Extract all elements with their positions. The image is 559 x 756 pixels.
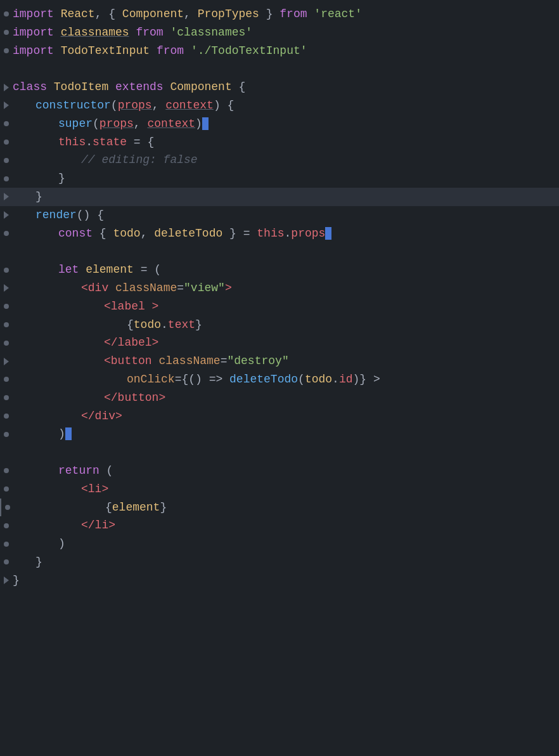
code-line: class TodoItem extends Component { [0, 78, 559, 96]
token-punct: ) [58, 537, 65, 550]
token-class-name: Component [170, 81, 231, 93]
gutter-dot [4, 158, 9, 163]
code-line [0, 443, 559, 462]
token-jsx-tag: <div [81, 282, 108, 294]
gutter-indicator [0, 516, 13, 535]
token-punct: = [177, 282, 184, 294]
gutter-indicator [0, 242, 13, 261]
token-punct [108, 282, 115, 294]
token-param: context [147, 117, 195, 130]
token-punct: () { [77, 209, 104, 221]
code-line [0, 60, 559, 78]
code-editor: import React, { Component, PropTypes } f… [0, 0, 559, 756]
gutter-indicator [0, 23, 13, 42]
token-punct: , { [95, 8, 122, 20]
line-content: const { todo, deleteTodo } = this.props [13, 225, 559, 243]
code-line: } [0, 169, 559, 188]
code-line: let element = ( [0, 261, 559, 279]
line-content: <li> [13, 480, 559, 499]
gutter-indicator [0, 443, 13, 462]
token-jsx-brace: { [105, 501, 112, 514]
token-kw-render: render [35, 209, 77, 221]
token-kw-constructor: constructor [35, 99, 111, 112]
token-punct: . [86, 136, 93, 148]
gutter-arrow [4, 84, 9, 91]
token-jsx-attr: className [115, 282, 177, 294]
line-content: import TodoTextInput from './TodoTextInp… [13, 42, 559, 60]
code-line: ) [0, 535, 559, 553]
token-jsx-brace: { [127, 318, 134, 331]
line-content: </li> [13, 516, 559, 535]
token-punct [152, 355, 159, 367]
code-line: } [0, 553, 559, 571]
token-punct [79, 263, 86, 276]
gutter-dot [4, 176, 9, 181]
code-line: super(props, context) [0, 115, 559, 133]
code-line: </label> [0, 334, 559, 352]
gutter-indicator [0, 535, 13, 553]
token-kw-from: from [280, 8, 307, 20]
gutter-dot [4, 468, 9, 473]
code-line: render() { [0, 206, 559, 225]
gutter-dot [4, 140, 9, 145]
token-punct: } = [222, 227, 257, 240]
token-punct: ) { [214, 99, 234, 112]
token-jsx-attr: className [158, 355, 220, 367]
token-punct: () => [188, 373, 229, 386]
token-punct: . [285, 227, 292, 240]
code-line: <label > [0, 297, 559, 316]
token-var-name: element [86, 263, 134, 276]
gutter-arrow [4, 284, 9, 292]
gutter-indicator [0, 5, 13, 23]
token-jsx-tag: </label> [104, 336, 158, 349]
code-line: <li> [0, 480, 559, 499]
token-punct [129, 26, 136, 39]
token-jsx-tag: <button [104, 355, 152, 367]
line-content: onClick={() => deleteTodo(todo.id)} > [13, 370, 559, 389]
token-jsx-brace: } [160, 501, 167, 514]
gutter-indicator [0, 571, 13, 590]
code-line: const { todo, deleteTodo } = this.props [0, 225, 559, 243]
line-content: super(props, context) [13, 115, 559, 133]
line-content: this.state = { [13, 133, 559, 152]
token-punct: ) [195, 117, 202, 130]
token-jsx-tag: > [225, 282, 232, 294]
gutter-arrow [4, 358, 9, 365]
gutter-indicator [0, 462, 13, 480]
text-cursor [325, 227, 331, 240]
token-punct: ( [111, 99, 118, 112]
token-var-name: todo [305, 373, 332, 386]
gutter-arrow [4, 577, 9, 584]
gutter-dot [4, 322, 9, 327]
code-line: ) [0, 425, 559, 443]
code-line: import TodoTextInput from './TodoTextInp… [0, 42, 559, 60]
token-punct: ( [93, 117, 100, 130]
gutter-dot [4, 559, 9, 564]
line-content: <div className="view"> [13, 279, 559, 297]
code-line: return ( [0, 462, 559, 480]
token-comment: // editing: false [81, 153, 198, 166]
gutter-indicator [0, 316, 13, 334]
gutter-dot [4, 304, 9, 309]
gutter-indicator [0, 225, 13, 243]
token-punct: . [161, 318, 168, 331]
token-kw-return: return [58, 464, 100, 477]
token-kw-super: super [58, 117, 93, 130]
token-punct [108, 81, 115, 93]
token-jsx-brace: } [195, 318, 202, 331]
token-punct: } [259, 8, 280, 20]
gutter-dot [4, 341, 9, 346]
gutter-dot [4, 48, 9, 53]
token-var-name: todo [134, 318, 161, 331]
token-punct [150, 44, 157, 57]
gutter-indicator [0, 352, 13, 370]
gutter-dot [4, 30, 9, 35]
token-jsx-str: "view" [184, 282, 225, 294]
text-cursor [65, 427, 72, 440]
gutter-indicator [0, 279, 13, 297]
token-kw-from: from [157, 44, 184, 57]
line-content: <button className="destroy" [13, 352, 559, 370]
code-line: this.state = { [0, 133, 559, 152]
token-class-name: React [61, 8, 95, 20]
token-str-single: './TodoTextInput' [191, 44, 307, 57]
